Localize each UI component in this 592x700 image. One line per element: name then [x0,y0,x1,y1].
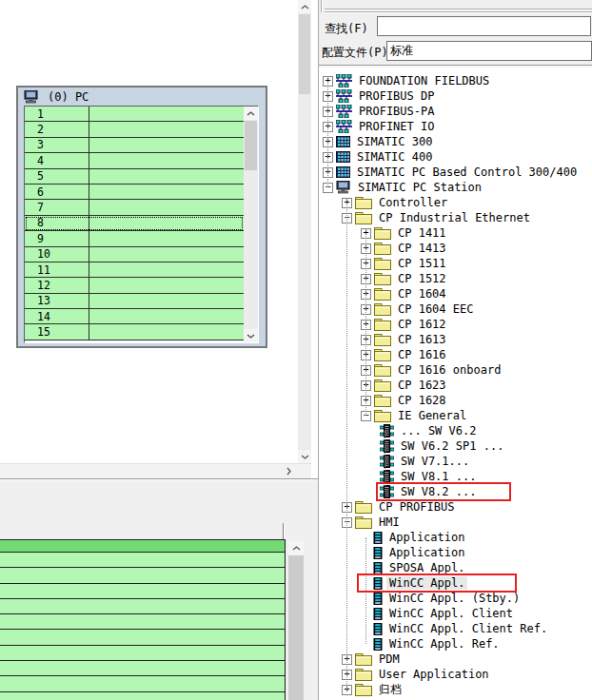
tree-item-cp-1613[interactable]: +CP 1613 [319,332,592,347]
tree-item-profibus-pa[interactable]: +PROFIBUS-PA [319,104,592,119]
slot-module-cell[interactable] [89,324,244,339]
slot-module-cell[interactable] [89,185,244,199]
rack-slot-row[interactable]: 6 [25,185,244,200]
tree-item-cp-1623[interactable]: +CP 1623 [319,378,592,393]
tree-item-pdm[interactable]: +PDM [319,651,592,667]
profile-combobox[interactable]: 标准 [386,41,592,61]
slot-module-cell[interactable] [89,153,244,167]
tree-item-归档[interactable]: +归档 [319,682,592,697]
scroll-up-button[interactable] [298,0,311,13]
slot-module-cell[interactable] [89,309,244,323]
detail-row[interactable] [0,568,285,583]
tree-item-cp-profibus[interactable]: +CP PROFIBUS [319,499,592,515]
tree-item-cp-1628[interactable]: +CP 1628 [319,393,592,408]
tree-item-cp-1512[interactable]: +CP 1512 [319,271,592,286]
detail-table-scrollbar[interactable] [288,541,304,700]
rack-slot-row[interactable]: 9 [25,231,244,246]
rack-slot-row[interactable]: 1 [25,107,244,122]
scroll-down-button[interactable] [244,329,258,342]
tree-item-cp-1604[interactable]: +CP 1604 [319,286,592,301]
tree-item-simatic-pc-station[interactable]: −SIMATIC PC Station [319,180,592,195]
rack-slot-row[interactable]: 2 [25,122,244,137]
tree-item-sw-v6-2-sp1[interactable]: SW V6.2 SP1 ... [319,438,592,454]
find-input[interactable] [377,16,591,36]
tree-item-wincc-appl-stby[interactable]: WinCC Appl. (Stby.) [319,591,592,606]
slot-module-cell[interactable] [89,122,244,136]
tree-item-sw-v8-1[interactable]: SW V8.1 ... [319,469,592,484]
pane-splitter[interactable] [0,478,318,486]
station-window-title-bar[interactable]: (0) PC [18,88,266,106]
tree-item-cp-1511[interactable]: +CP 1511 [319,256,592,271]
tree-item-cp-1612[interactable]: +CP 1612 [319,317,592,332]
station-table-scrollbar[interactable] [244,107,258,342]
tree-item-cp-1413[interactable]: +CP 1413 [319,241,592,256]
tree-item-cp-1411[interactable]: +CP 1411 [319,225,592,241]
slot-module-cell[interactable] [89,138,244,152]
canvas-horizontal-scrollbar[interactable] [0,463,311,478]
detail-row[interactable] [0,599,285,614]
scrollbar-thumb[interactable] [299,14,310,94]
tree-item-sw-v6-2[interactable]: ... SW V6.2 [319,423,592,438]
rack-slot-row[interactable]: 11 [25,262,244,278]
tree-item-simatic-pc-based-control-300-400[interactable]: +SIMATIC PC Based Control 300/400 [319,165,592,180]
detail-row[interactable] [0,614,285,630]
tree-item-profibus-dp[interactable]: +PROFIBUS DP [319,88,592,104]
tree-item-application[interactable]: Application [319,545,592,560]
scrollbar-thumb[interactable] [245,121,257,170]
tree-item-profinet-io[interactable]: +PROFINET IO [319,119,592,134]
tree-item-ie-general[interactable]: −IE General [319,408,592,423]
station-window[interactable]: (0) PC 123456789101112131415 [16,86,267,348]
scroll-up-button[interactable] [288,541,304,555]
slot-module-cell[interactable] [89,107,244,121]
rack-slot-row[interactable]: 15 [25,324,244,340]
tree-item-sw-v8-2[interactable]: SW V8.2 ... [319,484,592,499]
tree-item-sw-v7-1[interactable]: SW V7.1... [319,454,592,469]
rack-slot-row[interactable]: 3 [25,138,244,153]
detail-row[interactable] [0,630,285,645]
rack-slot-row[interactable]: 4 [25,153,244,168]
detail-row[interactable] [0,553,285,568]
detail-row[interactable] [0,646,285,661]
rack-slot-row[interactable]: 8 [25,216,244,231]
tree-item-user-application[interactable]: +User Application [319,667,592,682]
tree-item-cp-1604-eec[interactable]: +CP 1604 EEC [319,301,592,317]
rack-slot-row[interactable]: 5 [25,169,244,185]
slot-module-cell[interactable] [89,200,244,214]
tree-item-application[interactable]: Application [319,530,592,545]
slot-module-cell[interactable] [89,216,244,230]
slot-module-cell[interactable] [89,247,244,262]
tree-item-foundation-fieldbus[interactable]: +FOUNDATION FIELDBUS [319,73,592,88]
tree-item-wincc-appl-ref[interactable]: WinCC Appl. Ref. [319,636,592,651]
tree-item-cp-1616[interactable]: +CP 1616 [319,347,592,362]
detail-row[interactable] [0,661,285,676]
rack-slot-row[interactable]: 14 [25,309,244,324]
canvas-vertical-scrollbar[interactable] [298,0,311,463]
rack-slot-row[interactable]: 10 [25,247,244,262]
tree-item-simatic-300[interactable]: +SIMATIC 300 [319,134,592,149]
tree-item-wincc-appl[interactable]: WinCC Appl. [319,575,592,591]
rack-slot-row[interactable]: 7 [25,200,244,215]
tree-item-sposa-appl[interactable]: SPOSA Appl. [319,560,592,575]
detail-row[interactable] [0,676,285,691]
tree-item-simatic-400[interactable]: +SIMATIC 400 [319,149,592,165]
detail-row[interactable] [0,692,285,700]
tree-item-cp-1616-onboard[interactable]: +CP 1616 onboard [319,362,592,378]
slot-module-cell[interactable] [89,294,244,308]
detail-row-selected[interactable] [0,540,285,553]
tree-item-cp-industrial-ethernet[interactable]: −CP Industrial Ethernet [319,210,592,225]
tree-item-hmi[interactable]: −HMI [319,515,592,530]
scroll-down-button[interactable] [298,450,311,463]
scroll-up-button[interactable] [244,107,258,120]
detail-row[interactable] [0,584,285,599]
tree-item-wincc-appl-client[interactable]: WinCC Appl. Client [319,606,592,621]
rack-slot-row[interactable]: 12 [25,278,244,293]
slot-module-cell[interactable] [89,169,244,184]
tree-item-wincc-appl-client-ref[interactable]: WinCC Appl. Client Ref. [319,621,592,636]
column-divider[interactable] [283,523,284,539]
scroll-right-button[interactable] [282,465,295,477]
slot-module-cell[interactable] [89,262,244,277]
rack-slot-row[interactable]: 13 [25,294,244,309]
slot-module-cell[interactable] [89,231,244,245]
slot-module-cell[interactable] [89,278,244,292]
tree-item-controller[interactable]: +Controller [319,195,592,210]
